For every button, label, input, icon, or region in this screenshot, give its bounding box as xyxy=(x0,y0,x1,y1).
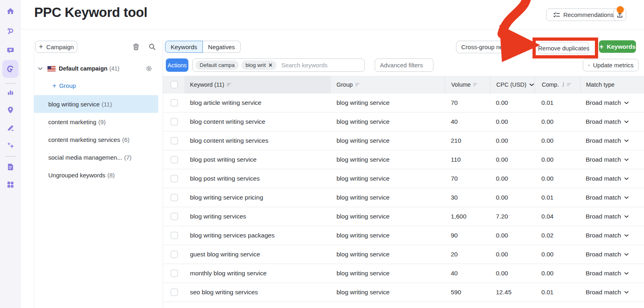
advanced-filters-button[interactable]: Advanced filters xyxy=(375,58,433,72)
comp-cell: 0.00 xyxy=(535,156,580,163)
match-type-dropdown[interactable]: Broad match xyxy=(580,156,644,163)
group-cell: blog writing service xyxy=(331,99,445,106)
group-count: (7) xyxy=(124,154,131,161)
group-cell: blog writing service xyxy=(331,232,445,239)
home-icon[interactable] xyxy=(6,7,14,15)
table-row: blog writing servicesblog writing servic… xyxy=(163,207,644,226)
group-cell: blog writing service xyxy=(331,137,445,144)
column-label: Comp. xyxy=(542,81,559,88)
filter-chip-campaign[interactable]: Default campa xyxy=(196,60,239,70)
match-type-dropdown[interactable]: Broad match xyxy=(580,118,644,125)
match-type-dropdown[interactable]: Broad match xyxy=(580,251,644,258)
group-item[interactable]: content marketing(9) xyxy=(34,113,158,131)
analytics-icon[interactable] xyxy=(6,88,14,96)
row-checkbox[interactable] xyxy=(171,270,178,277)
group-item[interactable]: social media managemen...(7) xyxy=(34,148,158,166)
column-header-cpc[interactable]: CPC (USD) xyxy=(490,76,535,94)
match-type-value: Broad match xyxy=(586,289,621,296)
column-label: Group xyxy=(336,81,353,88)
group-item[interactable]: blog writing service(11) xyxy=(34,95,158,113)
remove-duplicates-button[interactable]: Remove duplicates xyxy=(539,42,589,54)
keyword-cell: seo blog writing services xyxy=(184,289,331,296)
group-cell: blog writing service xyxy=(331,213,445,220)
plus-icon: + xyxy=(599,43,604,50)
row-checkbox[interactable] xyxy=(171,156,178,163)
local-icon[interactable] xyxy=(6,106,14,114)
cross-group-negatives-button[interactable]: Cross-group negativ xyxy=(456,41,523,53)
group-label: blog writing service xyxy=(48,101,100,108)
content-icon[interactable] xyxy=(6,124,14,132)
search-keywords-input[interactable]: Default campa blog writ × Search keyword… xyxy=(192,58,365,72)
select-all-checkbox[interactable] xyxy=(171,81,178,88)
match-type-dropdown[interactable]: Broad match xyxy=(580,213,644,220)
recommendations-button[interactable]: Recommendations xyxy=(546,8,621,21)
apps-icon[interactable] xyxy=(6,181,14,189)
row-checkbox[interactable] xyxy=(171,99,178,106)
plus-icon: + xyxy=(52,82,56,89)
add-keywords-button[interactable]: + Keywords xyxy=(599,40,636,53)
search-icon[interactable] xyxy=(148,43,156,51)
column-header-group[interactable]: Group xyxy=(331,76,445,94)
column-header-volume[interactable]: Volume xyxy=(445,76,490,94)
actions-button[interactable]: Actions xyxy=(166,58,188,72)
volume-cell: 20 xyxy=(445,251,490,258)
app-rail xyxy=(0,0,21,308)
social-media-icon[interactable] xyxy=(6,46,14,54)
keyword-cell: blog content writing service xyxy=(184,118,331,125)
reports-icon[interactable] xyxy=(6,163,14,171)
volume-cell: 70 xyxy=(445,99,490,106)
comp-cell: 0.00 xyxy=(535,137,580,144)
keyword-cell: blog writing service pricing xyxy=(184,194,331,201)
group-item[interactable]: content marketing services(6) xyxy=(34,131,158,148)
column-header-keyword[interactable]: Keyword (11) xyxy=(184,76,331,94)
tab-negatives[interactable]: Negatives xyxy=(203,41,241,53)
chevron-down-icon xyxy=(624,215,629,218)
keyword-cell: monthly blog writing service xyxy=(184,270,331,277)
us-flag-icon xyxy=(47,66,56,71)
advertising-icon[interactable] xyxy=(6,65,14,73)
cpc-cell: 0.00 xyxy=(490,251,535,258)
remove-chip-icon[interactable]: × xyxy=(268,62,272,69)
table-row: seo blog writing servicesblog writing se… xyxy=(163,283,644,302)
table-row: blog writing services packagesblog writi… xyxy=(163,226,644,245)
row-checkbox[interactable] xyxy=(171,137,178,144)
competitive-research-icon[interactable] xyxy=(6,27,14,35)
row-checkbox[interactable] xyxy=(171,251,178,258)
group-cell: blog writing service xyxy=(331,118,445,125)
group-item[interactable]: Ungrouped keywords(8) xyxy=(34,166,158,184)
rail-divider xyxy=(5,83,16,84)
match-type-dropdown[interactable]: Broad match xyxy=(580,194,644,201)
update-metrics-button[interactable]: Update metrics xyxy=(583,59,639,71)
row-checkbox[interactable] xyxy=(171,175,178,182)
match-type-dropdown[interactable]: Broad match xyxy=(580,270,644,277)
add-group-button[interactable]: + Group xyxy=(52,82,76,89)
row-checkbox[interactable] xyxy=(171,118,178,125)
filter-chip-search-term[interactable]: blog writ × xyxy=(242,60,277,70)
tab-negatives-label: Negatives xyxy=(208,44,235,50)
chevron-down-icon xyxy=(624,272,629,275)
row-checkbox[interactable] xyxy=(171,194,178,201)
row-checkbox[interactable] xyxy=(171,232,178,239)
ai-icon[interactable] xyxy=(6,141,14,149)
gear-icon[interactable] xyxy=(146,65,152,72)
row-checkbox[interactable] xyxy=(171,289,178,296)
collapse-chevron-icon[interactable] xyxy=(38,67,43,70)
row-checkbox[interactable] xyxy=(171,213,178,220)
group-cell: blog writing service xyxy=(331,251,445,258)
group-count: (8) xyxy=(107,172,115,179)
cpc-cell: 0.00 xyxy=(490,137,535,144)
keyword-cell: blog content writing services xyxy=(184,137,331,144)
trash-icon[interactable] xyxy=(132,43,140,51)
match-type-dropdown[interactable]: Broad match xyxy=(580,137,644,144)
tab-keywords[interactable]: Keywords xyxy=(165,41,203,53)
filter-chip-label: blog writ xyxy=(246,62,266,68)
add-campaign-button[interactable]: + Campaign xyxy=(35,41,77,53)
table-row: blog content writing servicesblog writin… xyxy=(163,131,644,150)
match-type-dropdown[interactable]: Broad match xyxy=(580,99,644,106)
column-header-comp[interactable]: Comp. xyxy=(535,76,580,94)
match-type-dropdown[interactable]: Broad match xyxy=(580,175,644,182)
search-placeholder: Search keywords xyxy=(281,62,328,69)
match-type-dropdown[interactable]: Broad match xyxy=(580,232,644,239)
keyword-cell: blog post writing service xyxy=(184,156,331,163)
match-type-dropdown[interactable]: Broad match xyxy=(580,289,644,296)
